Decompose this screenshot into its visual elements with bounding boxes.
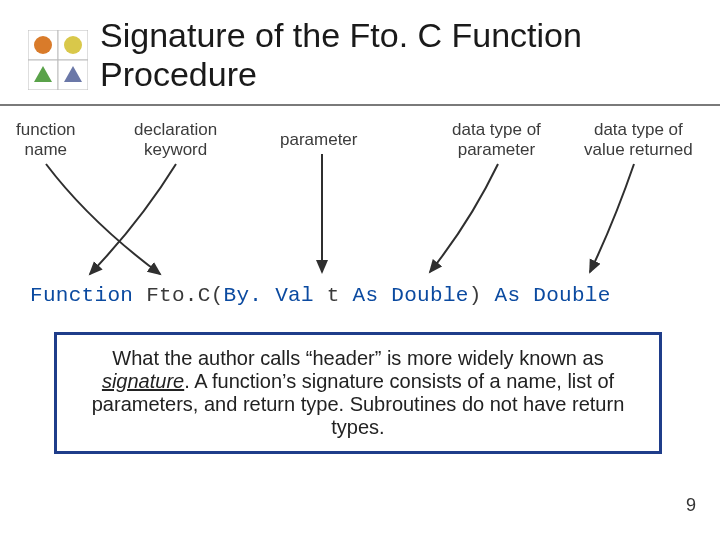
code-signature: Function Fto.C(By. Val t As Double) As D…: [30, 284, 611, 307]
slide: Signature of the Fto. C Function Procedu…: [0, 0, 720, 540]
keyword-as-double-param: As Double: [353, 284, 469, 307]
keyword-byval: By. Val: [224, 284, 314, 307]
label-parameter: parameter: [280, 130, 357, 150]
note-box: What the author calls “header” is more w…: [54, 332, 662, 454]
logo-icon: [28, 30, 88, 90]
keyword-function: Function: [30, 284, 133, 307]
svg-point-4: [34, 36, 52, 54]
label-declaration-keyword: declaration keyword: [134, 120, 217, 159]
identifier-ftoc: Fto.C: [146, 284, 211, 307]
title-underline: [0, 104, 720, 106]
param-t: t: [327, 284, 340, 307]
keyword-as-double-return: As Double: [495, 284, 611, 307]
note-text: What the author calls “header” is more w…: [92, 347, 625, 438]
label-datatype-parameter: data type of parameter: [452, 120, 541, 159]
paren-open: (: [211, 284, 224, 307]
page-number: 9: [686, 495, 696, 516]
label-function-name: function name: [16, 120, 76, 159]
slide-title: Signature of the Fto. C Function Procedu…: [100, 16, 720, 94]
signature-diagram: function name declaration keyword parame…: [0, 112, 720, 312]
label-datatype-return: data type of value returned: [584, 120, 693, 159]
svg-point-5: [64, 36, 82, 54]
paren-close: ): [469, 284, 482, 307]
